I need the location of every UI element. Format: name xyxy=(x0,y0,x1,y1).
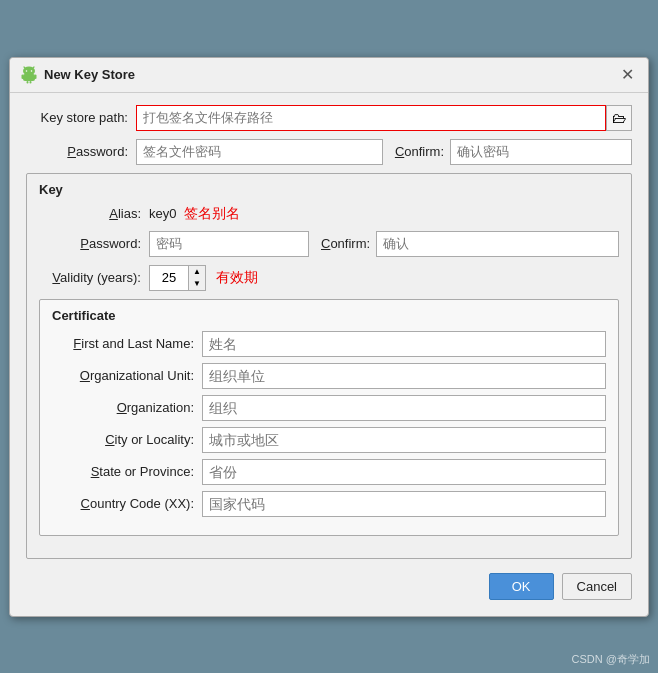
svg-line-4 xyxy=(33,67,35,69)
cert-org-unit-label: Organizational Unit: xyxy=(52,368,202,383)
svg-point-2 xyxy=(31,70,33,72)
validity-spinner: ▲ ▼ xyxy=(149,265,206,291)
validity-label: Validity (years): xyxy=(39,270,149,285)
validity-note: 有效期 xyxy=(216,269,258,287)
key-confirm-label: Confirm: xyxy=(321,236,376,251)
close-button[interactable]: ✕ xyxy=(616,64,638,86)
svg-rect-5 xyxy=(23,74,35,81)
svg-point-1 xyxy=(26,70,28,72)
alias-default-value: key0 xyxy=(149,206,176,221)
keystore-confirm-label: Confirm: xyxy=(395,144,450,159)
title-bar: New Key Store ✕ xyxy=(10,58,648,93)
key-confirm-input[interactable] xyxy=(376,231,619,257)
keystore-confirm-input[interactable] xyxy=(450,139,632,165)
validity-decrement-button[interactable]: ▼ xyxy=(189,278,205,290)
cert-country-label: Country Code (XX): xyxy=(52,496,202,511)
svg-rect-7 xyxy=(35,74,37,79)
key-section: Key Alias: key0 签名别名 Password: Confirm: xyxy=(26,173,632,559)
svg-rect-8 xyxy=(27,81,29,84)
key-password-input[interactable] xyxy=(149,231,309,257)
cert-org-label: Organization: xyxy=(52,400,202,415)
cert-city-row: City or Locality: xyxy=(52,427,606,453)
cert-org-row: Organization: xyxy=(52,395,606,421)
key-alias-label: Alias: xyxy=(39,206,149,221)
validity-input[interactable] xyxy=(150,266,188,290)
keystore-password-label: PPassword:assword: xyxy=(26,144,136,159)
certificate-section-title: Certificate xyxy=(52,308,606,323)
cert-city-label: City or Locality: xyxy=(52,432,202,447)
cert-state-row: State or Province: xyxy=(52,459,606,485)
cert-state-label: State or Province: xyxy=(52,464,202,479)
cert-country-input[interactable] xyxy=(202,491,606,517)
cert-name-label: First and Last Name: xyxy=(52,336,202,351)
key-password-label: Password: xyxy=(39,236,149,251)
svg-line-3 xyxy=(24,67,26,69)
cancel-button[interactable]: Cancel xyxy=(562,573,632,600)
android-icon xyxy=(20,66,38,84)
cert-org-unit-input[interactable] xyxy=(202,363,606,389)
ok-button[interactable]: OK xyxy=(489,573,554,600)
key-password-row: Password: Confirm: xyxy=(39,231,619,257)
svg-rect-9 xyxy=(30,81,32,84)
validity-row: Validity (years): ▲ ▼ 有效期 xyxy=(39,265,619,291)
button-row: OK Cancel xyxy=(26,569,632,600)
dialog-title: New Key Store xyxy=(44,67,135,82)
cert-org-input[interactable] xyxy=(202,395,606,421)
keystore-password-input[interactable] xyxy=(136,139,383,165)
svg-rect-6 xyxy=(22,74,24,79)
new-key-store-dialog: New Key Store ✕ Key store path: 🗁 PPassw… xyxy=(9,57,649,617)
browse-folder-button[interactable]: 🗁 xyxy=(606,105,632,131)
dialog-body: Key store path: 🗁 PPassword:assword: Con… xyxy=(10,93,648,616)
alias-note: 签名别名 xyxy=(184,205,240,223)
cert-country-row: Country Code (XX): xyxy=(52,491,606,517)
cert-name-row: First and Last Name: xyxy=(52,331,606,357)
cert-name-input[interactable] xyxy=(202,331,606,357)
keystore-path-label: Key store path: xyxy=(26,110,136,125)
cert-city-input[interactable] xyxy=(202,427,606,453)
validity-increment-button[interactable]: ▲ xyxy=(189,266,205,278)
folder-icon: 🗁 xyxy=(612,110,626,126)
watermark: CSDN @奇学加 xyxy=(572,652,650,667)
certificate-section: Certificate First and Last Name: Organiz… xyxy=(39,299,619,536)
cert-org-unit-row: Organizational Unit: xyxy=(52,363,606,389)
keystore-path-input[interactable] xyxy=(136,105,606,131)
keystore-path-row: Key store path: 🗁 xyxy=(26,105,632,131)
title-bar-left: New Key Store xyxy=(20,66,135,84)
key-section-title: Key xyxy=(39,182,619,197)
key-alias-row: Alias: key0 签名别名 xyxy=(39,205,619,223)
keystore-password-row: PPassword:assword: Confirm: xyxy=(26,139,632,165)
cert-state-input[interactable] xyxy=(202,459,606,485)
